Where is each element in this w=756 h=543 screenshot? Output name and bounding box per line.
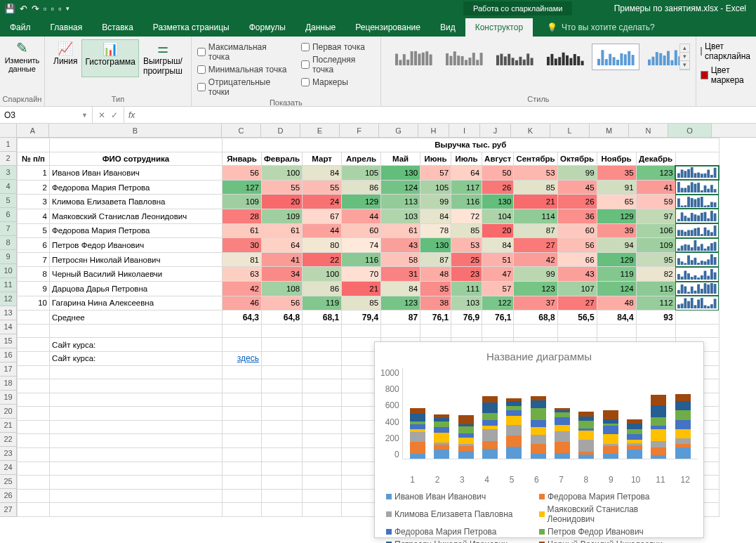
cell[interactable]: [262, 365, 303, 379]
cell[interactable]: 100: [262, 166, 303, 181]
save-icon[interactable]: 💾: [4, 4, 15, 14]
cell[interactable]: [262, 503, 303, 517]
bar-segment[interactable]: [651, 455, 666, 459]
cell[interactable]: 103: [451, 296, 482, 310]
bar-segment[interactable]: [410, 442, 425, 454]
bar-segment[interactable]: [506, 425, 522, 436]
row-header[interactable]: 1: [0, 138, 17, 152]
tab-файл[interactable]: Файл: [0, 18, 41, 37]
sparkline-type-1[interactable]: 📊Гистограмма: [81, 39, 138, 77]
checkbox-right[interactable]: Последняя точка: [301, 55, 375, 74]
qat-icon[interactable]: ▫: [44, 4, 47, 14]
cell[interactable]: [303, 503, 342, 517]
cell[interactable]: [18, 338, 50, 352]
bar-segment[interactable]: [410, 432, 425, 442]
cell[interactable]: 87: [514, 223, 557, 238]
name-box[interactable]: O3▼: [0, 107, 93, 123]
cell[interactable]: [514, 324, 557, 338]
bar-segment[interactable]: [555, 425, 570, 431]
cell[interactable]: 55: [262, 180, 303, 195]
cell[interactable]: 21: [514, 195, 557, 209]
cell[interactable]: 20: [262, 195, 303, 209]
tab-вставка[interactable]: Вставка: [92, 18, 143, 37]
sparkline-cell[interactable]: [675, 180, 719, 195]
bar-segment[interactable]: [410, 424, 425, 430]
redo-icon[interactable]: ↷: [32, 4, 39, 14]
sparkline-cell[interactable]: [675, 252, 719, 267]
cell[interactable]: [18, 351, 50, 365]
cell[interactable]: 60: [342, 223, 381, 238]
row-header[interactable]: 17: [0, 362, 17, 377]
sparkline-type-2[interactable]: ⚌Выигрыш/ проигрыш: [140, 39, 185, 77]
cell[interactable]: [50, 476, 223, 490]
row-header[interactable]: 13: [0, 306, 17, 320]
cell[interactable]: 123: [514, 282, 557, 296]
bar-segment[interactable]: [531, 444, 546, 454]
bar-segment[interactable]: [627, 424, 642, 430]
cell[interactable]: 68,8: [514, 310, 557, 325]
cell[interactable]: Петросян Николай Иванович: [50, 252, 223, 267]
cell[interactable]: [420, 324, 451, 338]
legend-item[interactable]: Петросян Николай Иванович: [386, 539, 526, 543]
cell[interactable]: 31: [381, 267, 420, 282]
style-preset[interactable]: [592, 44, 639, 70]
col-header[interactable]: N: [629, 124, 668, 137]
cell[interactable]: 48: [420, 267, 451, 282]
bar-segment[interactable]: [651, 417, 666, 426]
style-preset[interactable]: [440, 44, 488, 70]
row-header[interactable]: 8: [0, 236, 17, 250]
cell[interactable]: 56,5: [557, 310, 597, 325]
row-header[interactable]: 24: [0, 461, 17, 475]
qat-icon[interactable]: ▫: [58, 4, 62, 14]
bar-segment[interactable]: [578, 417, 594, 421]
cell[interactable]: 109: [262, 209, 303, 223]
cell[interactable]: 50: [482, 166, 514, 181]
hyperlink[interactable]: здесь: [237, 353, 259, 363]
sparkline-type-0[interactable]: 📈Линия: [51, 39, 80, 77]
cell[interactable]: 61: [223, 223, 262, 238]
col-header[interactable]: I: [449, 124, 480, 137]
bar-segment[interactable]: [627, 429, 642, 434]
cell[interactable]: Сайт курса:: [50, 351, 223, 365]
cell[interactable]: 97: [636, 209, 675, 223]
formula-input[interactable]: [139, 107, 756, 123]
bar-segment[interactable]: [531, 400, 546, 408]
cell[interactable]: [223, 393, 262, 407]
col-header[interactable]: G: [379, 124, 418, 137]
bar-segment[interactable]: [531, 427, 546, 435]
cell[interactable]: 130: [482, 195, 514, 209]
cell[interactable]: 36: [557, 209, 597, 223]
checkbox-left[interactable]: Отрицательные точки: [197, 77, 289, 97]
row-header[interactable]: 27: [0, 503, 17, 517]
cell[interactable]: 109: [636, 238, 675, 253]
enter-icon[interactable]: ✓: [111, 110, 118, 120]
cell[interactable]: 42: [223, 282, 262, 296]
bar-segment[interactable]: [555, 417, 570, 425]
undo-icon[interactable]: ↶: [20, 4, 27, 14]
cell[interactable]: 85: [451, 223, 482, 238]
cell[interactable]: [303, 407, 342, 421]
cell[interactable]: [303, 338, 342, 352]
style-gallery[interactable]: [387, 39, 679, 74]
cell[interactable]: [675, 324, 719, 338]
cell[interactable]: 27: [557, 296, 597, 310]
cell[interactable]: [636, 324, 675, 338]
cell[interactable]: 82: [636, 267, 675, 282]
cell[interactable]: 56: [223, 166, 262, 181]
cell[interactable]: 37: [514, 296, 557, 310]
col-header[interactable]: O: [668, 124, 712, 137]
cell[interactable]: [262, 489, 303, 503]
cell[interactable]: 119: [303, 296, 342, 310]
cell[interactable]: [482, 324, 514, 338]
cell[interactable]: 72: [451, 209, 482, 223]
cell[interactable]: 22: [303, 252, 342, 267]
checkbox-input[interactable]: [197, 65, 206, 74]
cell[interactable]: [451, 324, 482, 338]
cell[interactable]: [262, 434, 303, 448]
cell[interactable]: 56: [262, 296, 303, 310]
cell[interactable]: [223, 489, 262, 503]
cell[interactable]: [262, 338, 303, 352]
cell[interactable]: [50, 420, 223, 434]
cell[interactable]: 9: [18, 282, 50, 296]
cell[interactable]: 116: [451, 195, 482, 209]
